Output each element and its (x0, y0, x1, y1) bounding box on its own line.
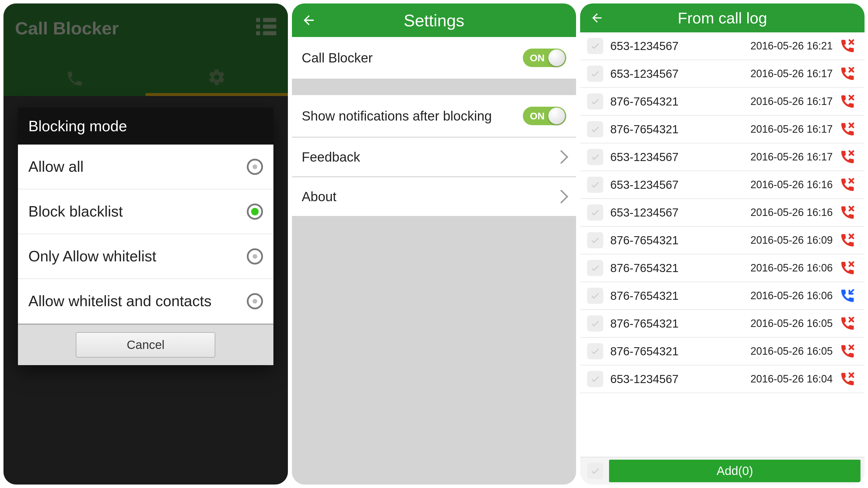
call-time: 2016-05-26 16:09 (750, 234, 833, 246)
call-time: 2016-05-26 16:06 (750, 290, 833, 302)
check-icon (590, 291, 600, 301)
check-icon (590, 207, 600, 218)
call-log-row[interactable]: 653-12345672016-05-26 16:17 (580, 60, 865, 88)
call-log-row[interactable]: 876-76543212016-05-26 16:06 (580, 282, 865, 310)
radio-icon (247, 159, 263, 175)
missed-call-icon (840, 344, 855, 359)
call-log-row[interactable]: 653-12345672016-05-26 16:17 (580, 143, 865, 171)
settings-list: Call Blocker ON Show notifications after… (292, 37, 576, 485)
toggle-knob-icon (548, 107, 565, 124)
check-icon (590, 152, 600, 162)
row-checkbox[interactable] (587, 371, 603, 387)
page-title: From call log (580, 9, 865, 27)
missed-call-icon (840, 177, 855, 193)
section-gap (292, 79, 576, 95)
settings-topbar: Settings (292, 3, 576, 37)
check-icon (590, 180, 600, 190)
select-all-checkbox[interactable] (587, 463, 603, 479)
call-log-row[interactable]: 653-12345672016-05-26 16:16 (580, 171, 865, 199)
screen-from-call-log: From call log 653-12345672016-05-26 16:2… (580, 3, 865, 485)
call-number: 876-7654321 (610, 123, 697, 136)
missed-call-icon (840, 149, 855, 165)
check-icon (590, 97, 600, 106)
missed-call-icon (840, 316, 855, 331)
check-icon (590, 41, 600, 51)
call-log-topbar: From call log (580, 3, 865, 32)
check-icon (590, 346, 600, 356)
call-log-row[interactable]: 653-12345672016-05-26 16:21 (580, 32, 865, 60)
option-label: Allow all (28, 157, 247, 176)
screen-settings: Settings Call Blocker ON Show notificati… (292, 3, 576, 485)
radio-icon (247, 203, 263, 220)
row-checkbox[interactable] (587, 93, 603, 109)
call-number: 876-7654321 (610, 234, 697, 247)
row-checkbox[interactable] (587, 176, 603, 193)
call-number: 653-1234567 (610, 178, 697, 191)
option-label: Only Allow whitelist (28, 247, 247, 266)
row-checkbox[interactable] (587, 343, 603, 359)
cancel-button[interactable]: Cancel (76, 332, 215, 358)
row-checkbox[interactable] (587, 288, 603, 304)
call-number: 653-1234567 (610, 372, 697, 386)
option-allow-all[interactable]: Allow all (18, 144, 273, 189)
call-log-row[interactable]: 876-76543212016-05-26 16:05 (580, 310, 865, 338)
page-title: Settings (292, 11, 576, 30)
row-checkbox[interactable] (587, 149, 603, 165)
chevron-right-icon (554, 190, 568, 203)
call-time: 2016-05-26 16:21 (750, 40, 833, 52)
row-checkbox[interactable] (587, 121, 603, 137)
call-number: 876-7654321 (610, 95, 697, 108)
option-label: Allow whitelist and contacts (28, 292, 247, 311)
radio-icon (247, 248, 263, 264)
call-log-row[interactable]: 876-76543212016-05-26 16:17 (580, 116, 865, 143)
option-only-allow-whitelist[interactable]: Only Allow whitelist (18, 234, 273, 279)
call-log-row[interactable]: 876-76543212016-05-26 16:17 (580, 88, 865, 116)
back-button[interactable] (300, 11, 317, 29)
option-allow-whitelist-and-contacts[interactable]: Allow whitelist and contacts (18, 279, 273, 324)
toggle-on-label: ON (530, 52, 545, 64)
missed-call-icon (840, 205, 855, 220)
setting-feedback[interactable]: Feedback (292, 138, 576, 177)
add-button[interactable]: Add(0) (609, 460, 861, 482)
toggle-switch[interactable]: ON (523, 107, 566, 125)
dialog-title: Blocking mode (18, 107, 273, 144)
toggle-knob-icon (548, 50, 565, 66)
missed-call-icon (840, 260, 855, 276)
call-time: 2016-05-26 16:05 (750, 318, 833, 330)
call-log-row[interactable]: 876-76543212016-05-26 16:05 (580, 338, 865, 365)
option-block-blacklist[interactable]: Block blacklist (18, 189, 273, 234)
check-icon (590, 69, 600, 78)
row-checkbox[interactable] (587, 260, 603, 276)
call-log-row[interactable]: 653-12345672016-05-26 16:16 (580, 199, 865, 227)
back-button[interactable] (588, 9, 606, 27)
toggle-switch[interactable]: ON (523, 48, 566, 67)
incoming-call-icon (840, 288, 855, 303)
call-number: 653-1234567 (610, 151, 697, 164)
setting-label: Call Blocker (302, 50, 373, 66)
call-number: 653-1234567 (610, 40, 697, 53)
row-checkbox[interactable] (587, 316, 603, 332)
call-log-row[interactable]: 653-12345672016-05-26 16:04 (580, 365, 865, 393)
setting-show-notifications[interactable]: Show notifications after blocking ON (292, 95, 576, 138)
call-log-row[interactable]: 876-76543212016-05-26 16:09 (580, 227, 865, 254)
missed-call-icon (840, 371, 855, 387)
call-number: 653-1234567 (610, 206, 697, 219)
call-log-footer: Add(0) (580, 457, 865, 485)
back-arrow-icon (301, 13, 316, 28)
row-checkbox[interactable] (587, 66, 603, 82)
check-icon (590, 319, 600, 328)
call-log-row[interactable]: 876-76543212016-05-26 16:06 (580, 254, 865, 282)
setting-about[interactable]: About (292, 177, 576, 217)
setting-label: Feedback (302, 149, 360, 165)
screen-blocking-mode-dialog: Call Blocker Blocking mode Allow all (3, 3, 288, 485)
setting-call-blocker[interactable]: Call Blocker ON (292, 37, 576, 79)
row-checkbox[interactable] (587, 38, 603, 54)
call-number: 876-7654321 (610, 289, 697, 302)
row-checkbox[interactable] (587, 204, 603, 221)
check-icon (590, 235, 600, 245)
call-log-list[interactable]: 653-12345672016-05-26 16:21653-123456720… (580, 32, 865, 457)
call-time: 2016-05-26 16:16 (750, 178, 833, 191)
call-time: 2016-05-26 16:17 (750, 123, 833, 135)
row-checkbox[interactable] (587, 232, 603, 248)
radio-icon (247, 293, 263, 310)
